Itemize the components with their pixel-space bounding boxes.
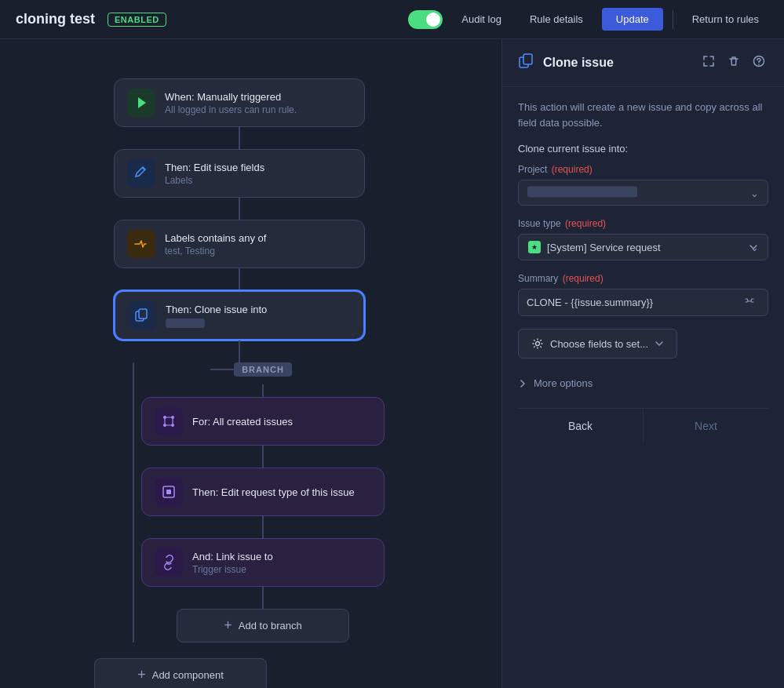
issue-type-field-group: Issue type (required) ★ [System] Service… [518, 218, 768, 260]
panel-description: This action will create a new issue and … [518, 100, 768, 130]
condition-icon [127, 230, 155, 258]
link-issue-subtitle: Trigger issue [192, 564, 371, 575]
project-select-wrapper [518, 180, 768, 206]
svg-point-5 [171, 424, 174, 427]
branch-badge: BRANCH [234, 362, 292, 377]
edit-request-icon [155, 478, 183, 506]
issue-type-chevron [749, 242, 758, 252]
issue-type-value: [System] Service request [547, 242, 742, 253]
branch-content: BRANCH [141, 362, 385, 642]
condition-node[interactable]: Labels contains any of test, Testing [114, 220, 365, 268]
issue-type-select-display[interactable]: ★ [System] Service request [518, 234, 768, 260]
summary-template-button[interactable] [739, 294, 760, 311]
add-component-label: Add component [152, 669, 224, 681]
panel-help-button[interactable] [749, 52, 768, 74]
panel-footer: Back Next [518, 408, 768, 443]
branch-connector-3 [262, 587, 264, 609]
trigger-row: When: Manually triggered All logged in u… [94, 78, 385, 149]
project-required: (required) [552, 164, 593, 175]
project-field-group: Project (required) [518, 164, 768, 206]
edit-fields-title: Then: Edit issue fields [165, 162, 352, 173]
main-layout: When: Manually triggered All logged in u… [0, 39, 784, 688]
panel-header: Clone issue [502, 39, 784, 87]
connector-4 [239, 340, 240, 362]
edit-fields-subtitle: Labels [165, 175, 352, 186]
panel-title: Clone issue [543, 56, 691, 70]
branch-vertical-line [133, 362, 134, 642]
trigger-text: When: Manually triggered All logged in u… [165, 91, 352, 115]
page-title: cloning test [16, 11, 95, 27]
trigger-title: When: Manually triggered [165, 91, 352, 103]
link-issue-icon [155, 548, 183, 577]
audit-log-link[interactable]: Audit log [452, 9, 511, 30]
svg-point-2 [163, 416, 166, 419]
link-issue-node[interactable]: And: Link issue to Trigger issue [141, 538, 385, 587]
clone-title: Then: Clone issue into [166, 304, 351, 315]
add-component-button[interactable]: + Add component [94, 658, 267, 688]
trigger-icon [127, 89, 155, 117]
branch-section: BRANCH [94, 362, 385, 642]
choose-fields-label: Choose fields to set... [550, 338, 648, 350]
for-all-icon [155, 407, 183, 435]
svg-rect-9 [523, 54, 532, 64]
clone-icon [128, 301, 156, 329]
branch-layout: BRANCH [94, 362, 385, 642]
add-to-branch-button[interactable]: + Add to branch [177, 609, 349, 642]
panel-expand-button[interactable] [699, 52, 718, 74]
connector-2 [239, 198, 240, 220]
summary-value: CLONE - {{issue.summary}} [527, 297, 739, 308]
for-all-title: For: All created issues [192, 416, 371, 428]
edit-fields-row: Then: Edit issue fields Labels [94, 149, 385, 220]
edit-request-title: Then: Edit request type of this issue [192, 486, 371, 498]
svg-point-3 [171, 416, 174, 419]
branch-connector-2 [262, 516, 264, 538]
trigger-subtitle: All logged in users can run rule. [165, 104, 352, 115]
chevron-down-icon [655, 339, 664, 348]
enable-toggle[interactable] [408, 10, 443, 29]
issue-type-label-text: Issue type [518, 218, 561, 229]
issue-type-label: Issue type (required) [518, 218, 768, 229]
clone-node[interactable]: Then: Clone issue into [114, 290, 365, 340]
return-button[interactable]: Return to rules [683, 8, 768, 31]
update-button[interactable]: Update [602, 8, 663, 31]
trigger-node[interactable]: When: Manually triggered All logged in u… [114, 78, 365, 127]
add-branch-plus-icon: + [224, 617, 232, 634]
branch-connector-top [262, 384, 264, 397]
clone-row: Then: Clone issue into [94, 290, 385, 362]
project-label-text: Project [518, 164, 547, 175]
summary-input-container: CLONE - {{issue.summary}} [518, 289, 768, 316]
flow-wrapper: When: Manually triggered All logged in u… [31, 63, 400, 688]
edit-request-node[interactable]: Then: Edit request type of this issue [141, 468, 385, 516]
summary-label-text: Summary [518, 273, 558, 284]
more-options-row[interactable]: More options [518, 371, 768, 395]
back-button[interactable]: Back [518, 409, 644, 443]
connector-1 [239, 127, 240, 149]
add-component-row: + Add component [94, 658, 385, 688]
more-options-label: More options [534, 377, 593, 389]
choose-fields-button[interactable]: Choose fields to set... [518, 329, 677, 359]
header-actions: Audit log Rule details Update Return to … [408, 8, 768, 31]
rule-details-link[interactable]: Rule details [520, 9, 593, 30]
connector-3 [239, 268, 240, 290]
gear-icon [531, 337, 544, 350]
condition-subtitle: test, Testing [165, 246, 352, 257]
issue-type-required: (required) [565, 218, 606, 229]
project-label: Project (required) [518, 164, 768, 175]
edit-fields-icon [127, 159, 155, 187]
condition-title: Labels contains any of [165, 232, 352, 244]
svg-rect-7 [166, 490, 171, 494]
svg-point-11 [536, 342, 540, 346]
enabled-badge: ENABLED [108, 13, 166, 27]
add-to-branch-label: Add to branch [239, 620, 302, 632]
link-issue-title: And: Link issue to [192, 551, 371, 562]
project-select[interactable] [518, 180, 768, 206]
summary-field-group: Summary (required) CLONE - {{issue.summa… [518, 273, 768, 316]
issue-type-select-wrapper: ★ [System] Service request [518, 234, 768, 260]
panel-delete-button[interactable] [724, 52, 743, 74]
for-all-node[interactable]: For: All created issues [141, 397, 385, 446]
right-panel: Clone issue [501, 39, 784, 688]
condition-row: Labels contains any of test, Testing [94, 220, 385, 290]
summary-label: Summary (required) [518, 273, 768, 284]
edit-fields-node[interactable]: Then: Edit issue fields Labels [114, 149, 365, 198]
edit-fields-text: Then: Edit issue fields Labels [165, 162, 352, 186]
